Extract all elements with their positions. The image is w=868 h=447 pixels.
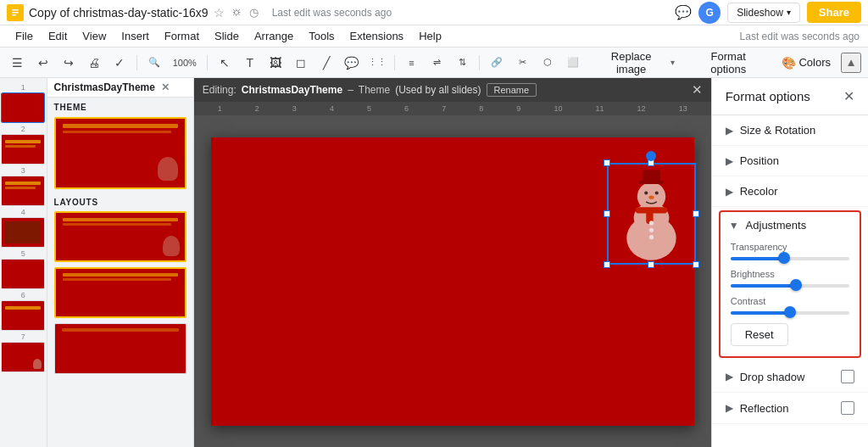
slide-img-2[interactable]: [1, 134, 45, 165]
toolbar-shapes-btn[interactable]: ◻: [290, 52, 312, 74]
theme-section-label: THEME: [47, 98, 193, 114]
toolbar-more-btn[interactable]: ⋮⋮: [366, 52, 388, 74]
history-icon[interactable]: ◷: [249, 6, 259, 19]
brightness-label: Brightness: [731, 269, 849, 279]
snowman-element[interactable]: [607, 163, 696, 265]
section-position[interactable]: ▶ Position: [712, 146, 868, 176]
recolor-label: Recolor: [740, 185, 778, 198]
toolbar-collapse-btn[interactable]: ▲: [841, 53, 861, 73]
slide-thumb-3[interactable]: 3: [1, 166, 45, 206]
transparency-track[interactable]: [731, 257, 849, 260]
toolbar-line-btn[interactable]: ╱: [315, 52, 337, 74]
layout-item-1[interactable]: [47, 209, 193, 265]
slideshow-button[interactable]: Slideshow ▾: [727, 3, 800, 23]
section-reflection[interactable]: ▶ Reflection: [712, 393, 868, 424]
toolbar-comment-btn[interactable]: 💬: [341, 52, 363, 74]
format-options-button[interactable]: Format options: [685, 47, 772, 78]
toolbar-redo-btn[interactable]: ↪: [58, 52, 80, 74]
toolbar-spellcheck-btn[interactable]: ✓: [108, 52, 131, 74]
toolbar-cursor-btn[interactable]: ↖: [214, 52, 236, 74]
slide-thumb-2[interactable]: 2: [1, 125, 45, 165]
adjustments-chevron: ▼: [729, 220, 739, 232]
section-drop-shadow[interactable]: ▶ Drop shadow: [712, 361, 868, 393]
brightness-track[interactable]: [731, 284, 849, 288]
slide-stage[interactable]: [194, 115, 711, 447]
toolbar-align-btn[interactable]: ≡: [401, 52, 423, 74]
slide-thumb-5[interactable]: 5: [1, 249, 45, 289]
replace-chevron: ▾: [670, 58, 675, 67]
toolbar-menu-btn[interactable]: ☰: [7, 52, 29, 74]
toolbar-mask-btn[interactable]: ⬡: [537, 52, 559, 74]
ruler-row: 1 2 3 4 5 6 7 8 9 10 11 12 13: [194, 102, 711, 115]
reflection-checkbox[interactable]: [841, 401, 854, 415]
slide-thumb-6[interactable]: 6: [1, 291, 45, 331]
slide-img-4[interactable]: [1, 217, 45, 248]
menu-extensions[interactable]: Extensions: [343, 28, 411, 44]
slide-thumb-7[interactable]: 7: [1, 332, 45, 372]
toolbar-undo-btn[interactable]: ↩: [32, 52, 54, 74]
panel-close-button[interactable]: ✕: [843, 88, 854, 104]
layout-thumb-2[interactable]: [54, 267, 186, 318]
used-by-text: (Used by all slides): [395, 84, 481, 96]
menu-format[interactable]: Format: [158, 28, 206, 44]
section-recolor[interactable]: ▶ Recolor: [712, 176, 868, 207]
star-icon[interactable]: ☆: [214, 6, 225, 20]
menu-file[interactable]: File: [8, 28, 40, 44]
brightness-thumb[interactable]: [790, 279, 802, 291]
menu-view[interactable]: View: [75, 28, 113, 44]
rename-button[interactable]: Rename: [487, 83, 537, 97]
panel-title: Format options: [726, 89, 843, 103]
menu-arrange[interactable]: Arrange: [248, 28, 300, 44]
editing-bar-close[interactable]: ✕: [692, 82, 703, 98]
toolbar-distribute-btn[interactable]: ⇅: [451, 52, 473, 74]
layout-thumb-1[interactable]: [54, 211, 186, 262]
slide-img-5[interactable]: [1, 259, 45, 289]
contrast-track[interactable]: [731, 311, 849, 315]
account-avatar[interactable]: G: [698, 2, 721, 24]
comments-icon[interactable]: 💬: [675, 4, 692, 20]
handle-rotate[interactable]: [646, 151, 656, 161]
transparency-thumb[interactable]: [778, 252, 790, 264]
theme-main-thumb[interactable]: [54, 117, 186, 189]
toolbar-zoom-out-btn[interactable]: 🔍: [143, 52, 165, 74]
colors-button[interactable]: 🎨 Colors: [775, 53, 837, 72]
toolbar-image-btn[interactable]: 🖼: [264, 52, 287, 74]
adjustments-label: Adjustments: [746, 219, 807, 232]
slide-thumb-1[interactable]: 1: [1, 83, 45, 123]
reset-button[interactable]: Reset: [731, 323, 788, 346]
layout-thumb-3[interactable]: [54, 323, 186, 374]
present-icon[interactable]: ⛭: [231, 6, 242, 19]
title-bar-right: 💬 G Slideshow ▾ Share: [675, 2, 861, 24]
menu-slide[interactable]: Slide: [208, 28, 246, 44]
toolbar-text-btn[interactable]: T: [239, 52, 261, 74]
toolbar-print-btn[interactable]: 🖨: [83, 52, 105, 74]
section-size-rotation[interactable]: ▶ Size & Rotation: [712, 115, 868, 146]
layout-item-2[interactable]: [47, 265, 193, 321]
toolbar-divider-4: [479, 55, 480, 70]
contrast-label: Contrast: [731, 296, 849, 306]
toolbar-zoom-field[interactable]: 100%: [169, 52, 201, 74]
layout-item-3[interactable]: [47, 321, 193, 377]
slide-img-3[interactable]: [1, 176, 45, 206]
title-bar: Copy of christmas-day-static-16x9 ☆ ⛭ ◷ …: [0, 0, 868, 25]
replace-image-button[interactable]: Replace image ▾: [587, 47, 682, 78]
share-button[interactable]: Share: [807, 2, 861, 23]
menu-tools[interactable]: Tools: [302, 28, 341, 44]
slide-img-1[interactable]: [1, 92, 45, 123]
menu-help[interactable]: Help: [412, 28, 448, 44]
menu-insert[interactable]: Insert: [114, 28, 156, 44]
toolbar-crop-btn[interactable]: ✂: [511, 52, 533, 74]
drop-shadow-checkbox[interactable]: [841, 370, 854, 383]
slide-img-6[interactable]: [1, 300, 45, 331]
toolbar-border-btn[interactable]: ⬜: [562, 52, 584, 74]
slide-thumb-4[interactable]: 4: [1, 208, 45, 248]
toolbar-link-btn[interactable]: 🔗: [486, 52, 508, 74]
slide-img-7[interactable]: [1, 342, 45, 372]
menu-edit[interactable]: Edit: [42, 28, 74, 44]
adjustments-content: Transparency Brightness: [721, 238, 860, 356]
toolbar-align2-btn[interactable]: ⇌: [426, 52, 448, 74]
middle-canvas-area: Editing: ChristmasDayTheme – Theme (Used…: [194, 78, 711, 447]
adjustments-header[interactable]: ▼ Adjustments: [721, 212, 860, 238]
contrast-thumb[interactable]: [784, 306, 796, 318]
main-slide[interactable]: [211, 137, 694, 426]
